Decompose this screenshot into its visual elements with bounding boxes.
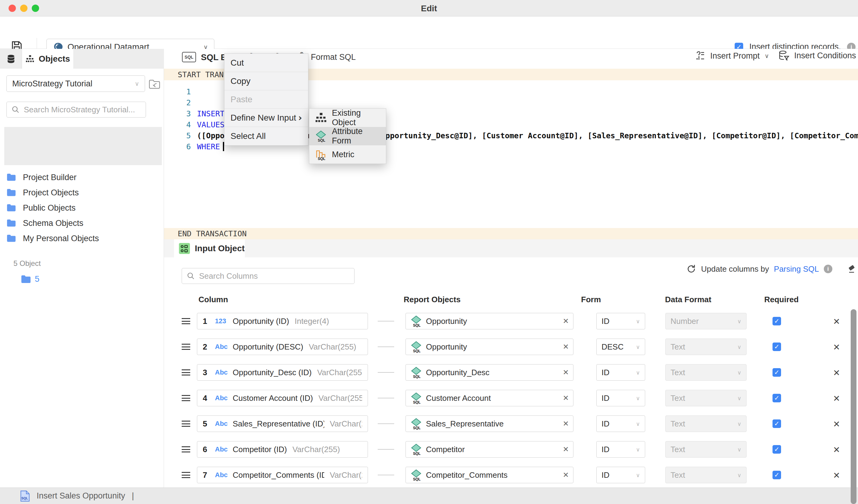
drag-handle-icon[interactable] <box>182 344 190 350</box>
line-number: 1 <box>164 87 191 96</box>
remove-report-object-icon[interactable]: ✕ <box>563 471 569 479</box>
chevron-down-icon: ∨ <box>636 472 640 478</box>
conditions-icon <box>778 50 789 61</box>
sidebar-folder-item[interactable]: My Personal Objects <box>0 231 164 246</box>
folder-up-icon[interactable] <box>149 79 160 90</box>
remove-report-object-icon[interactable]: ✕ <box>563 445 569 454</box>
column-cell[interactable]: 2 Abc Opportunity (DESC) VarChar(255) <box>197 339 368 355</box>
delete-row-icon[interactable]: ✕ <box>833 419 840 429</box>
svg-text:SQL: SQL <box>413 477 421 481</box>
insert-prompt-button[interactable]: Insert Prompt ∨ <box>695 51 769 61</box>
info-icon[interactable]: i <box>824 265 832 273</box>
drag-handle-icon[interactable] <box>182 395 190 401</box>
report-object-cell[interactable]: SQL Competitor ✕ <box>406 441 573 458</box>
form-select[interactable]: ID ∨ <box>596 441 645 458</box>
submenu-item[interactable]: SQL SQL Existing Object <box>309 109 386 127</box>
drag-handle-icon[interactable] <box>182 446 190 452</box>
column-datatype: VarChar(255) <box>309 342 356 352</box>
remove-report-object-icon[interactable]: ✕ <box>563 368 569 377</box>
context-menu-item[interactable]: Paste › <box>224 91 308 109</box>
top-toolbar: Operational Datamart ∨ ✓ Insert distinct… <box>0 16 858 49</box>
required-checkbox[interactable]: ✓ <box>773 342 781 351</box>
column-cell[interactable]: 7 Abc Competitor_Comments (ID) VarChar(2… <box>197 467 368 483</box>
report-object-cell[interactable]: SQL Competitor_Comments ✕ <box>406 467 573 483</box>
context-menu-item[interactable]: Copy › <box>224 72 308 91</box>
required-checkbox[interactable]: ✓ <box>773 445 781 454</box>
header-report-objects: Report Objects <box>404 295 460 304</box>
refresh-icon[interactable] <box>686 264 696 274</box>
data-format-value: Text <box>670 342 685 352</box>
sidebar-folder-item[interactable]: Schema Objects <box>0 215 164 231</box>
required-checkbox[interactable]: ✓ <box>773 368 781 377</box>
required-checkbox[interactable]: ✓ <box>773 420 781 428</box>
column-cell[interactable]: 3 Abc Opportunity_Desc (ID) VarChar(255) <box>197 364 368 381</box>
required-checkbox[interactable]: ✓ <box>773 317 781 325</box>
report-object-cell[interactable]: SQL Sales_Representative ✕ <box>406 416 573 432</box>
folder-label: Schema Objects <box>23 218 83 228</box>
vertical-scrollbar-thumb[interactable] <box>851 309 857 504</box>
form-select[interactable]: ID ∨ <box>596 364 645 381</box>
folder-label: My Personal Objects <box>23 234 99 243</box>
form-value: ID <box>602 419 609 428</box>
connector-line <box>378 346 394 347</box>
column-cell[interactable]: 4 Abc Customer Account (ID) VarChar(255) <box>197 390 368 406</box>
report-object-cell[interactable]: SQL Opportunity ✕ <box>406 313 573 329</box>
metric-icon: SQL <box>315 148 327 161</box>
delete-row-icon[interactable]: ✕ <box>833 445 840 455</box>
column-cell[interactable]: 5 Abc Sales_Representative (ID) VarChar(… <box>197 416 368 432</box>
sidebar-folder-item[interactable]: Public Objects <box>0 200 164 215</box>
column-cell[interactable]: 6 Abc Competitor (ID) VarChar(255) <box>197 441 368 458</box>
remove-report-object-icon[interactable]: ✕ <box>563 342 569 351</box>
insert-conditions-button[interactable]: Insert Conditions <box>778 50 856 61</box>
parsing-sql-link[interactable]: Parsing SQL <box>774 264 819 274</box>
form-select[interactable]: ID ∨ <box>596 416 645 432</box>
tab-input-object[interactable]: Input Object <box>174 239 245 257</box>
line-text: INSERT <box>197 109 224 118</box>
sidebar-folder-item[interactable]: Project Builder <box>0 170 164 185</box>
svg-text:SQL: SQL <box>318 157 325 161</box>
delete-row-icon[interactable]: ✕ <box>833 316 840 327</box>
drag-handle-icon[interactable] <box>182 421 190 427</box>
selection-panel: 5 Object 5 <box>4 127 162 165</box>
selection-folder[interactable]: 5 <box>21 274 39 284</box>
tab-objects[interactable]: Objects <box>22 49 73 69</box>
drag-handle-icon[interactable] <box>182 318 190 324</box>
remove-report-object-icon[interactable]: ✕ <box>563 394 569 402</box>
required-checkbox[interactable]: ✓ <box>773 394 781 402</box>
sidebar-folder-item[interactable]: Project Objects <box>0 185 164 200</box>
column-datatype: Integer(4) <box>295 316 329 326</box>
form-select[interactable]: ID ∨ <box>596 467 645 483</box>
context-menu-item[interactable]: Cut › <box>224 54 308 72</box>
report-object-cell[interactable]: SQL Customer Account ✕ <box>406 390 573 406</box>
delete-row-icon[interactable]: ✕ <box>833 342 840 352</box>
context-menu-item[interactable]: Define New Input › <box>224 109 308 127</box>
context-menu-item[interactable]: Select All › <box>224 127 308 145</box>
remove-report-object-icon[interactable]: ✕ <box>563 420 569 428</box>
project-select[interactable]: MicroStrategy Tutorial ∨ <box>6 76 145 92</box>
column-type-badge: Abc <box>215 471 233 479</box>
form-select[interactable]: DESC ∨ <box>596 339 645 355</box>
drag-handle-icon[interactable] <box>182 369 190 375</box>
eraser-icon[interactable] <box>847 264 857 274</box>
column-type-badge: Abc <box>215 343 233 351</box>
drag-handle-icon[interactable] <box>182 472 190 478</box>
column-cell[interactable]: 1 123 Opportunity (ID) Integer(4) <box>197 313 368 329</box>
form-select[interactable]: ID ∨ <box>596 313 645 329</box>
delete-row-icon[interactable]: ✕ <box>833 393 840 404</box>
delete-row-icon[interactable]: ✕ <box>833 470 840 481</box>
delete-row-icon[interactable]: ✕ <box>833 368 840 378</box>
folder-icon <box>21 275 31 283</box>
format-sql-button[interactable]: Format SQL <box>311 52 356 62</box>
sidebar-search-input[interactable] <box>24 105 141 114</box>
submenu-item[interactable]: SQL SQL Metric <box>309 145 386 164</box>
submenu-item[interactable]: SQL SQL Attribute Form <box>309 127 386 145</box>
data-format-value: Number <box>670 316 699 326</box>
form-select[interactable]: ID ∨ <box>596 390 645 406</box>
report-object-cell[interactable]: SQL Opportunity_Desc ✕ <box>406 364 573 381</box>
required-checkbox[interactable]: ✓ <box>773 471 781 479</box>
data-format-value: Text <box>670 419 685 428</box>
columns-search-input[interactable] <box>199 271 349 281</box>
tab-datasources[interactable] <box>0 49 22 69</box>
report-object-cell[interactable]: SQL Opportunity ✕ <box>406 339 573 355</box>
remove-report-object-icon[interactable]: ✕ <box>563 317 569 325</box>
